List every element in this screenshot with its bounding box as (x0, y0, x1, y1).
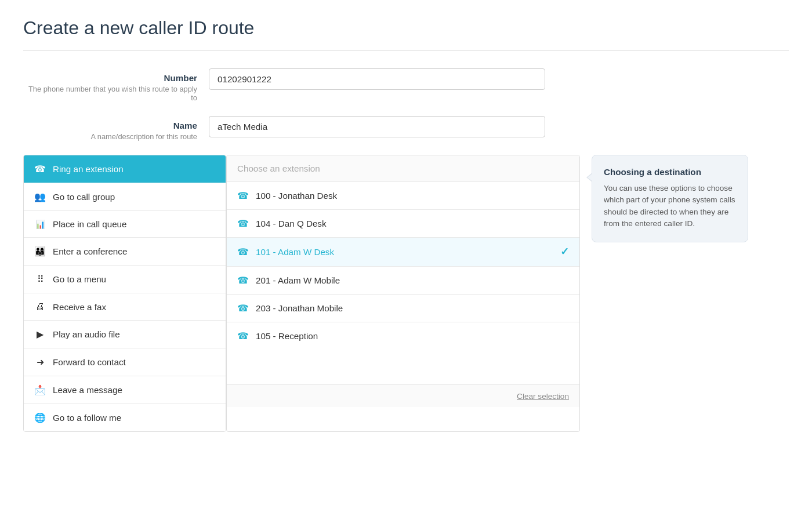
ext-203-icon: ☎ (237, 303, 249, 314)
name-desc: A name/description for this route (23, 132, 197, 141)
dest-leave-message[interactable]: 📩 Leave a message (24, 376, 226, 404)
extension-panel: Choose an extension ☎ 100 - Jonathan Des… (226, 155, 580, 432)
ext-201-name: 201 - Adam W Mobile (256, 275, 340, 285)
go-menu-icon: ⠿ (34, 274, 46, 285)
number-desc: The phone number that you wish this rout… (23, 85, 197, 102)
ext-105-left: ☎ 105 - Reception (237, 330, 318, 341)
info-box: Choosing a destination You can use these… (592, 155, 748, 242)
ring-extension-label: Ring an extension (53, 164, 124, 174)
dest-forward-contact[interactable]: ➜ Forward to contact (24, 348, 226, 376)
clear-selection-row: Clear selection (227, 384, 579, 407)
dest-go-call-group[interactable]: 👥 Go to call group (24, 183, 226, 211)
extension-spacer (227, 350, 579, 384)
follow-me-label: Go to a follow me (53, 413, 121, 423)
extension-header: Choose an extension (227, 155, 579, 182)
ext-203[interactable]: ☎ 203 - Jonathan Mobile (227, 295, 579, 322)
panels-left: ☎ Ring an extension 👥 Go to call group 📊… (23, 155, 580, 432)
ext-105[interactable]: ☎ 105 - Reception (227, 322, 579, 350)
panels-row: ☎ Ring an extension 👥 Go to call group 📊… (23, 155, 789, 432)
page-title: Create a new caller ID route (23, 17, 789, 39)
go-menu-label: Go to a menu (53, 274, 106, 284)
ext-100-icon: ☎ (237, 190, 249, 201)
ext-104-left: ☎ 104 - Dan Q Desk (237, 218, 327, 229)
ext-104-icon: ☎ (237, 218, 249, 229)
ext-101-name: 101 - Adam W Desk (256, 247, 334, 257)
clear-selection-link[interactable]: Clear selection (517, 392, 569, 401)
go-call-group-icon: 👥 (34, 191, 46, 202)
dest-ring-extension[interactable]: ☎ Ring an extension (24, 155, 226, 183)
dest-enter-conference[interactable]: 👨‍👩‍👧 Enter a conference (24, 238, 226, 266)
play-audio-icon: ▶ (34, 329, 46, 340)
ext-104-name: 104 - Dan Q Desk (256, 219, 327, 228)
ext-101-check: ✓ (560, 246, 569, 258)
ext-101[interactable]: ☎ 101 - Adam W Desk ✓ (227, 238, 579, 267)
name-input[interactable] (209, 116, 545, 137)
ext-100-name: 100 - Jonathan Desk (256, 191, 337, 201)
name-label: Name (23, 121, 197, 130)
dest-play-audio[interactable]: ▶ Play an audio file (24, 321, 226, 348)
go-call-group-label: Go to call group (53, 192, 115, 202)
info-box-title: Choosing a destination (604, 167, 736, 177)
ext-104[interactable]: ☎ 104 - Dan Q Desk (227, 210, 579, 238)
dest-go-menu[interactable]: ⠿ Go to a menu (24, 266, 226, 293)
form-section: Number The phone number that you wish th… (23, 68, 580, 141)
name-label-col: Name A name/description for this route (23, 116, 197, 141)
ext-105-name: 105 - Reception (256, 331, 318, 341)
extension-placeholder: Choose an extension (237, 163, 320, 173)
forward-contact-label: Forward to contact (53, 357, 126, 367)
leave-message-label: Leave a message (53, 385, 122, 395)
dest-receive-fax[interactable]: 🖨 Receive a fax (24, 293, 226, 321)
ext-101-icon: ☎ (237, 246, 249, 257)
number-input-col (209, 68, 580, 90)
ext-203-left: ☎ 203 - Jonathan Mobile (237, 303, 343, 314)
dest-place-call-queue[interactable]: 📊 Place in call queue (24, 211, 226, 238)
dest-follow-me[interactable]: 🌐 Go to a follow me (24, 404, 226, 431)
ext-203-name: 203 - Jonathan Mobile (256, 303, 343, 313)
place-call-queue-label: Place in call queue (53, 219, 127, 229)
follow-me-icon: 🌐 (34, 412, 46, 423)
ext-201[interactable]: ☎ 201 - Adam W Mobile (227, 267, 579, 295)
destination-list: ☎ Ring an extension 👥 Go to call group 📊… (23, 155, 226, 432)
enter-conference-label: Enter a conference (53, 246, 127, 256)
number-label-col: Number The phone number that you wish th… (23, 68, 197, 102)
ext-105-icon: ☎ (237, 330, 249, 341)
ext-100[interactable]: ☎ 100 - Jonathan Desk (227, 182, 579, 210)
place-call-queue-icon: 📊 (34, 220, 46, 229)
number-label: Number (23, 73, 197, 83)
ext-100-left: ☎ 100 - Jonathan Desk (237, 190, 337, 201)
info-box-text: You can use these options to choose whic… (604, 183, 736, 230)
name-row: Name A name/description for this route (23, 116, 580, 141)
ext-101-left: ☎ 101 - Adam W Desk (237, 246, 334, 257)
enter-conference-icon: 👨‍👩‍👧 (34, 246, 46, 257)
divider (23, 50, 789, 51)
receive-fax-label: Receive a fax (53, 302, 106, 312)
play-audio-label: Play an audio file (53, 329, 120, 339)
forward-contact-icon: ➜ (34, 357, 46, 368)
ext-201-icon: ☎ (237, 275, 249, 286)
ring-extension-icon: ☎ (34, 163, 46, 175)
leave-message-icon: 📩 (34, 384, 46, 395)
name-input-col (209, 116, 580, 137)
ext-201-left: ☎ 201 - Adam W Mobile (237, 275, 340, 286)
number-input[interactable] (209, 68, 545, 90)
receive-fax-icon: 🖨 (34, 301, 46, 312)
number-row: Number The phone number that you wish th… (23, 68, 580, 102)
